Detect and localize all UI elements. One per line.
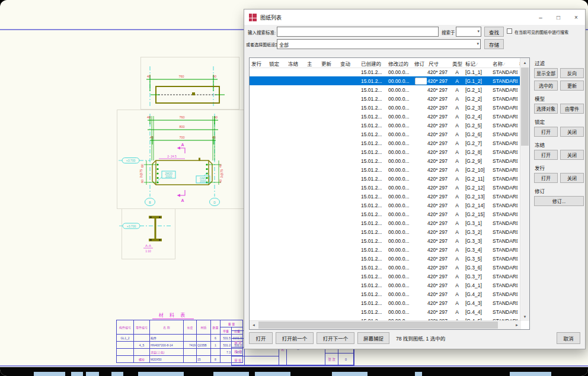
material-cell — [211, 349, 220, 356]
table-row[interactable]: 15.01.2...00.00.0...420* 297A[G.2_15]STA… — [250, 210, 521, 218]
table-cell: 00.00.0... — [386, 123, 413, 128]
scroll-left-icon[interactable]: ◄ — [250, 321, 258, 329]
table-row[interactable]: 15.01.2...00.00.0...420* 297A[G.2_10]STA… — [250, 165, 521, 174]
table-row[interactable]: 15.01.2...00.00.0...420* 297A[G.2_2]STAN… — [250, 94, 521, 103]
column-header[interactable]: 标记∕ — [464, 58, 491, 68]
scroll-down-icon[interactable]: ▼ — [520, 312, 529, 321]
table-row[interactable]: 15.01.2...00.00.0...420* 297A[G.2_4]STAN… — [250, 112, 521, 121]
column-header[interactable]: 类型 — [450, 58, 464, 68]
column-header[interactable]: 发行 — [250, 58, 267, 68]
table-cell: 00.00.0... — [386, 274, 413, 279]
table-row[interactable]: 15.01.2...00.00.0...420* 297A[G.3_6]STAN… — [250, 263, 521, 272]
dim-text: 760 — [179, 115, 184, 119]
vertical-scrollbar[interactable]: ▲ ▼ — [520, 58, 529, 321]
cancel-button[interactable]: 取消 — [557, 332, 580, 344]
column-header[interactable]: 主 — [305, 58, 319, 68]
table-cell: STANDARD — [491, 105, 517, 111]
taskbar-item — [111, 372, 123, 376]
search-in-dropdown[interactable]: ▾ — [456, 27, 481, 37]
revision-edit-cell[interactable] — [415, 78, 427, 85]
column-header[interactable]: 锁定 — [267, 58, 286, 68]
horizontal-scrollbar[interactable]: ◄ ► — [250, 320, 521, 329]
table-cell: 15.01.2... — [359, 78, 386, 84]
minimize-icon[interactable]: – — [532, 9, 549, 25]
visible-only-checkbox[interactable] — [507, 28, 512, 34]
table-row[interactable]: 15.01.2...00.00.0...420* 297A[G.3_7]STAN… — [250, 272, 521, 281]
column-header[interactable]: 变动 — [338, 58, 359, 68]
open-previous-button[interactable]: 打开前一个 — [276, 332, 314, 344]
table-row[interactable]: 15.01.2...00.00.0...420* 297A[G.2_12]STA… — [250, 183, 521, 192]
table-cell: [G.2_2] — [464, 96, 491, 102]
material-cell: GL1_2 — [117, 335, 134, 342]
dialog-title: 图纸列表 — [260, 14, 282, 21]
table-cell: [G.3_5] — [464, 256, 491, 262]
table-row[interactable]: 15.01.2...00.00.0...420* 297A[G.4_1]STAN… — [250, 281, 521, 290]
table-row[interactable]: 15.01.2...00.00.0...420* 297A[G.4_3]STAN… — [250, 298, 521, 307]
drawing-list-icon — [249, 14, 257, 21]
column-header[interactable]: 已创建的 — [359, 58, 386, 68]
panel-button[interactable]: 打开 — [534, 173, 558, 183]
table-row[interactable]: 15.01.2...00.00.0...420* 297A[G.3_1]STAN… — [250, 218, 521, 227]
panel-button[interactable]: 关闭 — [560, 127, 584, 137]
table-cell: [G.2_1] — [464, 87, 491, 93]
find-button[interactable]: 查找 — [484, 27, 504, 37]
table-row[interactable]: 15.01.2...00.00.0...420* 297A[G.3_2]STAN… — [250, 227, 521, 236]
preset-dropdown[interactable]: 全部 ▾ — [277, 39, 481, 49]
table-row[interactable]: 15.01.2...00.00.0...420* 297A[G.3_5]STAN… — [250, 254, 521, 263]
table-cell: [G.3_3] — [464, 238, 491, 244]
panel-button[interactable]: 选中的 — [534, 81, 558, 91]
panel-group: 锁定打开关闭 — [534, 118, 584, 137]
table-row[interactable]: 15.01.2...00.00.0...420* 297A[G.3_4]STAN… — [250, 245, 521, 254]
search-input[interactable] — [277, 27, 439, 37]
table-row[interactable]: 15.01.2...00.00.0...420* 297A[G.2_6]STAN… — [250, 130, 521, 139]
open-next-button[interactable]: 打开下一个 — [317, 332, 354, 344]
table-row[interactable]: 15.01.2...00.00.0...420* 297A[G.1_2]STAN… — [250, 76, 521, 85]
panel-button[interactable]: 打开 — [534, 127, 558, 137]
table-row[interactable]: 15.01.2...00.00.0...420* 297A[G.1_1]STAN… — [250, 68, 521, 76]
table-row[interactable]: 15.01.2...00.00.0...420* 297A[G.4_2]STAN… — [250, 290, 521, 298]
column-header[interactable]: 名称∕ — [491, 58, 517, 68]
panel-button[interactable]: 修订... — [534, 196, 584, 206]
table-row[interactable]: 15.01.2...00.00.0...420* 297A[G.2_3]STAN… — [250, 103, 521, 112]
panel-button[interactable]: 选择对象 — [534, 104, 558, 114]
column-header[interactable]: 更新 — [319, 58, 338, 68]
table-row[interactable]: 15.01.2...00.00.0...420* 297A[G.2_13]STA… — [250, 192, 521, 201]
panel-button[interactable]: 关闭 — [560, 173, 584, 183]
table-row[interactable]: 15.01.2...00.00.0...420* 297A[G.2_7]STAN… — [250, 139, 521, 147]
table-cell: 15.01.2... — [359, 282, 386, 288]
column-header[interactable]: 冻结 — [286, 58, 305, 68]
table-row[interactable]: 15.01.2...00.00.0...420* 297A[G.4_4]STAN… — [250, 307, 521, 316]
table-row[interactable]: 15.01.2...00.00.0...420* 297A[G.2_1]STAN… — [250, 85, 521, 94]
column-header[interactable]: 修订 — [413, 58, 427, 68]
table-cell: 00.00.0... — [386, 238, 413, 244]
table-row[interactable]: 15.01.2...00.00.0...420* 297A[G.2_11]STA… — [250, 174, 521, 183]
table-cell: A — [450, 167, 464, 173]
table-row[interactable]: 15.01.2...00.00.0...420* 297A[G.2_5]STAN… — [250, 121, 521, 130]
horizontal-scrollbar-thumb[interactable] — [258, 322, 498, 329]
scroll-right-icon[interactable]: ► — [513, 321, 521, 329]
column-header[interactable]: 尺寸 — [427, 58, 450, 68]
open-button[interactable]: 打开 — [249, 332, 273, 344]
table-row[interactable]: 15.01.2...00.00.0...420* 297A[G.3_3]STAN… — [250, 236, 521, 245]
close-icon[interactable]: × — [567, 9, 585, 25]
table-cell: [G.3_7] — [464, 274, 491, 279]
panel-button[interactable]: 打开 — [534, 150, 558, 160]
maximize-icon[interactable]: □ — [549, 9, 567, 25]
panel-button[interactable]: 由零件 — [560, 104, 584, 114]
table-row[interactable]: 15.01.2...00.00.0...420* 297A[G.2_9]STAN… — [250, 156, 521, 165]
side-panel: 过滤显示全部反向选中的更新模型选择对象由零件锁定打开关闭冻结打开关闭发行打开关闭… — [534, 59, 584, 210]
panel-group: 发行打开关闭 — [534, 164, 584, 183]
save-button[interactable]: 存储 — [484, 39, 504, 49]
panel-button[interactable]: 更新 — [560, 81, 584, 91]
scroll-up-icon[interactable]: ▲ — [520, 58, 529, 67]
panel-button[interactable]: 关闭 — [560, 150, 584, 160]
table-row[interactable]: 15.01.2...00.00.0...420* 297A[G.2_14]STA… — [250, 201, 521, 210]
panel-button[interactable]: 显示全部 — [534, 68, 558, 78]
panel-button[interactable]: 反向 — [560, 68, 584, 78]
dialog-titlebar[interactable]: 图纸列表 – □ × — [244, 9, 585, 25]
vertical-scrollbar-thumb[interactable] — [521, 68, 529, 146]
screen-capture-button[interactable]: 屏幕捕捉 — [357, 332, 389, 344]
table-row[interactable]: 15.01.2...00.00.0...420* 297A[G.2_8]STAN… — [250, 147, 521, 156]
table-cell: STANDARD — [491, 282, 517, 288]
column-header[interactable]: 修改过的 — [386, 58, 413, 68]
